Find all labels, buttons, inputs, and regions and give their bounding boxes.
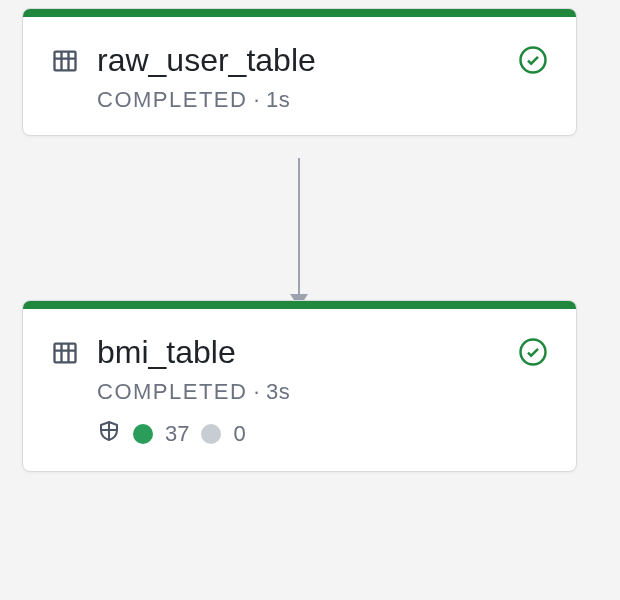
table-icon [51,47,79,79]
metric-pass-dot-icon [133,424,153,444]
pipeline-node-raw-user-table[interactable]: raw_user_table COMPLETED · 1s [22,8,577,136]
svg-point-9 [521,340,546,365]
node-status-line: COMPLETED · 1s [97,87,500,113]
svg-rect-0 [55,52,76,71]
pipeline-canvas: raw_user_table COMPLETED · 1s [0,0,620,600]
pipeline-node-bmi-table[interactable]: bmi_table COMPLETED · 3s 37 [22,300,577,472]
node-metrics-row: 37 0 [97,419,500,449]
node-status-text: COMPLETED [97,379,247,405]
check-circle-icon [518,337,548,371]
node-duration: 3s [266,379,290,405]
metric-pass-count: 37 [165,421,189,447]
svg-point-4 [521,48,546,73]
table-icon [51,339,79,371]
node-status-bar [23,301,576,309]
shield-icon [97,419,121,449]
node-status-line: COMPLETED · 3s [97,379,500,405]
node-title: raw_user_table [97,41,500,79]
node-status-text: COMPLETED [97,87,247,113]
metric-neutral-dot-icon [201,424,221,444]
check-circle-icon [518,45,548,79]
node-title: bmi_table [97,333,500,371]
node-duration: 1s [266,87,290,113]
edge-line [298,158,300,302]
metric-neutral-count: 0 [233,421,245,447]
node-status-bar [23,9,576,17]
svg-rect-5 [55,344,76,363]
